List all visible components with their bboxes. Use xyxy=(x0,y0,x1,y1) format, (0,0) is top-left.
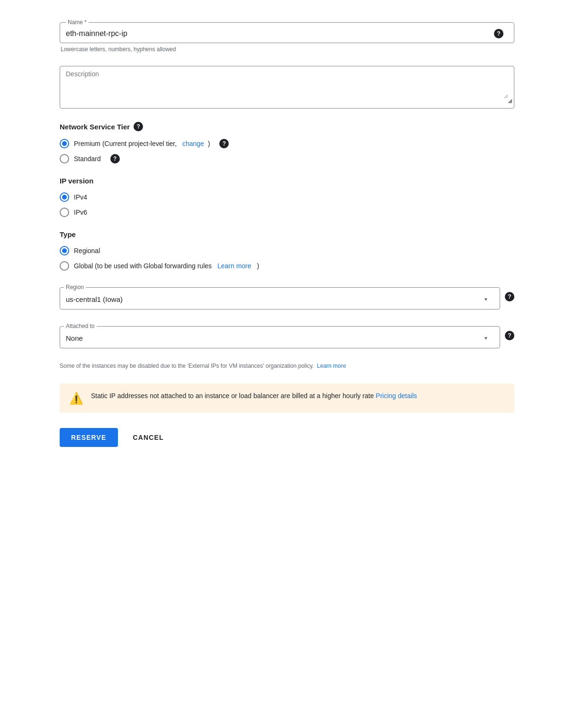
resize-handle: ◢ xyxy=(508,97,512,104)
regional-option[interactable]: Regional xyxy=(60,246,514,255)
description-input[interactable] xyxy=(66,70,508,99)
standard-help-icon[interactable]: ? xyxy=(110,154,120,164)
ip-version-radio-group: IPv4 IPv6 xyxy=(60,192,514,217)
regional-radio[interactable] xyxy=(60,246,69,255)
attached-to-learn-more-link[interactable]: Learn more xyxy=(317,363,346,369)
name-fieldset: Name * ? xyxy=(60,19,514,43)
name-label: Name * xyxy=(66,19,89,26)
cancel-button[interactable]: CANCEL xyxy=(129,428,168,447)
global-option[interactable]: Global (to be used with Global forwardin… xyxy=(60,261,514,271)
premium-label: Premium (Current project-level tier, cha… xyxy=(74,139,229,148)
attached-to-dropdown-arrow: ▼ xyxy=(484,336,488,341)
standard-option[interactable]: Standard ? xyxy=(60,154,514,164)
type-label: Type xyxy=(60,230,76,238)
button-row: RESERVE CANCEL xyxy=(60,428,514,447)
type-radio-group: Regional Global (to be used with Global … xyxy=(60,246,514,271)
attached-to-container: Attached to None ▼ ? xyxy=(60,323,514,348)
network-tier-radio-group: Premium (Current project-level tier, cha… xyxy=(60,139,514,164)
learn-more-global-link[interactable]: Learn more xyxy=(217,262,251,270)
name-input-wrapper: ? xyxy=(66,29,508,38)
network-tier-group: Network Service Tier ? Premium (Current … xyxy=(60,122,514,164)
premium-help-icon[interactable]: ? xyxy=(219,139,229,148)
attached-to-value: None xyxy=(66,334,484,342)
warning-text: Static IP addresses not attached to an i… xyxy=(91,391,417,401)
description-field-group: ◢ xyxy=(60,66,514,109)
type-header: Type xyxy=(60,230,514,238)
warning-box: ⚠️ Static IP addresses not attached to a… xyxy=(60,383,514,413)
description-fieldset: ◢ xyxy=(60,66,514,109)
regional-label: Regional xyxy=(74,247,100,255)
global-label: Global (to be used with Global forwardin… xyxy=(74,262,259,270)
ip-version-header: IP version xyxy=(60,177,514,185)
network-tier-label: Network Service Tier xyxy=(60,123,130,131)
region-value: us-central1 (Iowa) xyxy=(66,295,484,303)
pricing-details-link[interactable]: Pricing details xyxy=(376,392,417,400)
form-container: Name * ? Lowercase letters, numbers, hyp… xyxy=(60,19,514,447)
network-tier-help-icon[interactable]: ? xyxy=(134,122,143,131)
ipv4-option[interactable]: IPv4 xyxy=(60,192,514,202)
ipv4-radio[interactable] xyxy=(60,192,69,202)
network-tier-header: Network Service Tier ? xyxy=(60,122,514,131)
region-label: Region xyxy=(64,284,86,291)
name-input[interactable] xyxy=(66,29,508,38)
ip-version-label: IP version xyxy=(60,177,93,185)
name-help-icon[interactable]: ? xyxy=(494,29,503,38)
reserve-button[interactable]: RESERVE xyxy=(60,428,118,447)
premium-option[interactable]: Premium (Current project-level tier, cha… xyxy=(60,139,514,148)
attached-to-group: Attached to None ▼ ? Some of the instanc… xyxy=(60,323,514,370)
global-radio[interactable] xyxy=(60,261,69,271)
attached-to-select-wrapper: None ▼ xyxy=(60,329,500,348)
region-help-icon[interactable]: ? xyxy=(505,292,514,301)
ipv6-radio[interactable] xyxy=(60,208,69,217)
warning-icon: ⚠️ xyxy=(69,392,83,405)
premium-radio[interactable] xyxy=(60,139,69,148)
standard-radio[interactable] xyxy=(60,154,69,164)
ipv4-label: IPv4 xyxy=(74,193,87,201)
ipv6-label: IPv6 xyxy=(74,209,87,216)
type-group: Type Regional Global (to be used with Gl… xyxy=(60,230,514,271)
region-select-wrapper: us-central1 (Iowa) ▼ xyxy=(60,291,500,309)
attached-to-label: Attached to xyxy=(64,323,97,329)
ipv6-option[interactable]: IPv6 xyxy=(60,208,514,217)
attached-to-fieldset[interactable]: Attached to None ▼ xyxy=(60,323,500,348)
change-tier-link[interactable]: change xyxy=(182,140,204,147)
attached-to-help-icon[interactable]: ? xyxy=(505,331,514,340)
standard-label: Standard ? xyxy=(74,154,120,164)
name-field-group: Name * ? Lowercase letters, numbers, hyp… xyxy=(60,19,514,53)
region-container: Region us-central1 (Iowa) ▼ ? xyxy=(60,284,514,309)
attached-to-hint: Some of the instances may be disabled du… xyxy=(60,362,514,370)
region-dropdown-arrow: ▼ xyxy=(484,297,488,302)
region-fieldset[interactable]: Region us-central1 (Iowa) ▼ xyxy=(60,284,500,309)
name-hint: Lowercase letters, numbers, hyphens allo… xyxy=(60,46,514,53)
ip-version-group: IP version IPv4 IPv6 xyxy=(60,177,514,217)
